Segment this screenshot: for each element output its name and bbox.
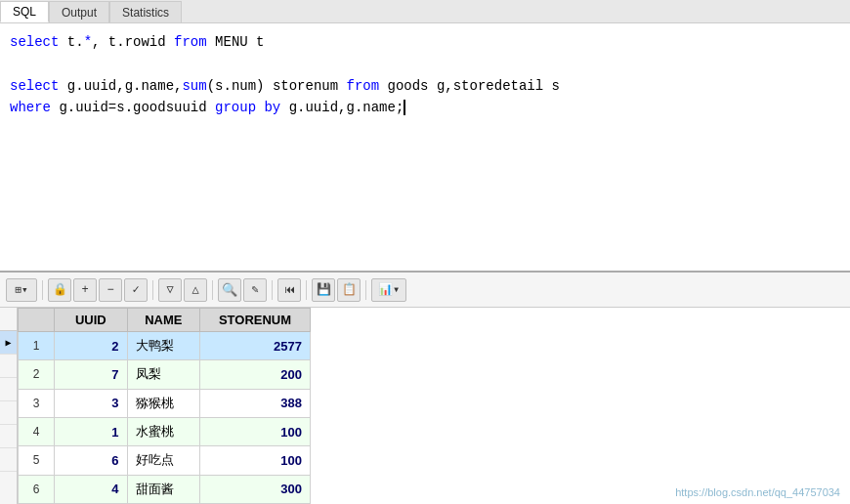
nav-first-button[interactable]: ⏮ xyxy=(277,278,301,302)
save-button[interactable]: 💾 xyxy=(312,278,335,302)
checkmark-icon: ✓ xyxy=(132,282,139,297)
results-area: ▶ UUIDNAMESTORENUM 12大鸭梨257727凤梨20033猕猴桃… xyxy=(0,308,850,504)
cell-name: 大鸭梨 xyxy=(127,332,199,360)
sql-line: where g.uuid=s.goodsuuid group by g.uuid… xyxy=(10,97,840,118)
sep6 xyxy=(365,280,366,300)
tab-output[interactable]: Output xyxy=(49,1,109,22)
cell-storenum: 300 xyxy=(199,475,310,503)
cell-rownum: 5 xyxy=(19,446,55,475)
row-indicator: ▶ xyxy=(0,308,18,504)
cell-storenum: 100 xyxy=(199,446,310,475)
sep3 xyxy=(212,280,213,300)
sep1 xyxy=(42,280,43,300)
sql-line: select g.uuid,g.name,sum(s.num) storenum… xyxy=(10,75,840,97)
export-icon: 📋 xyxy=(342,282,357,297)
cell-rownum: 3 xyxy=(19,389,55,417)
cell-uuid: 3 xyxy=(55,389,127,417)
cell-rownum: 4 xyxy=(19,417,55,445)
row-indicator-cell[interactable] xyxy=(0,425,17,448)
table-row[interactable]: 56好吃点100 xyxy=(19,446,311,475)
minus-icon: − xyxy=(106,283,113,297)
row-indicator-cell[interactable] xyxy=(0,355,17,378)
table-row[interactable]: 12大鸭梨2577 xyxy=(19,332,311,360)
chart-button[interactable]: 📊▾ xyxy=(371,278,406,302)
cell-name: 甜面酱 xyxy=(127,475,199,503)
row-indicator-header xyxy=(0,308,17,331)
cell-name: 猕猴桃 xyxy=(127,389,199,417)
add-row-button[interactable]: + xyxy=(73,278,97,302)
cell-rownum: 6 xyxy=(19,475,55,503)
tab-sql-label: SQL xyxy=(13,5,36,19)
data-table: UUIDNAMESTORENUM 12大鸭梨257727凤梨20033猕猴桃38… xyxy=(18,308,311,504)
sep2 xyxy=(152,280,153,300)
results-toolbar: ⊞▾ 🔒 + − ✓ ▽ △ 🔍 ✎ ⏮ 💾 📋 📊▾ xyxy=(0,273,850,308)
data-table-wrapper: ▶ UUIDNAMESTORENUM 12大鸭梨257727凤梨20033猕猴桃… xyxy=(0,308,850,504)
active-row-arrow: ▶ xyxy=(5,337,11,349)
row-indicator-cell[interactable] xyxy=(0,448,17,472)
tab-output-label: Output xyxy=(62,6,97,20)
cell-name: 水蜜桃 xyxy=(127,417,199,445)
plus-icon: + xyxy=(81,283,88,297)
cell-storenum: 100 xyxy=(199,417,310,445)
cell-rownum: 1 xyxy=(19,332,55,360)
sep4 xyxy=(272,280,273,300)
watermark: https://blog.csdn.net/qq_44757034 xyxy=(675,486,840,498)
cell-uuid: 2 xyxy=(55,332,127,360)
chart-icon: 📊▾ xyxy=(378,282,400,297)
filter-down-button[interactable]: ▽ xyxy=(158,278,182,302)
tab-statistics[interactable]: Statistics xyxy=(109,1,182,22)
grid-icon: ⊞▾ xyxy=(15,283,27,296)
lock-icon: 🔒 xyxy=(53,282,67,297)
cell-name: 好吃点 xyxy=(127,446,199,475)
filter-up-icon: △ xyxy=(191,282,198,297)
filter-down-icon: ▽ xyxy=(166,282,173,297)
cell-name: 凤梨 xyxy=(127,360,199,389)
sep5 xyxy=(306,280,307,300)
tab-sql[interactable]: SQL xyxy=(0,1,49,22)
col-header-name[interactable]: NAME xyxy=(127,309,199,332)
sql-line xyxy=(10,53,840,74)
filter-up-button[interactable]: △ xyxy=(184,278,207,302)
edit-button[interactable]: ✎ xyxy=(243,278,267,302)
export-button[interactable]: 📋 xyxy=(337,278,361,302)
col-header-rownum xyxy=(19,309,55,332)
table-row[interactable]: 64甜面酱300 xyxy=(19,475,311,503)
cell-uuid: 4 xyxy=(55,475,127,503)
cell-storenum: 2577 xyxy=(199,332,310,360)
sql-editor[interactable]: select t.*, t.rowid from MENU t select g… xyxy=(0,23,850,273)
lock-button[interactable]: 🔒 xyxy=(48,278,71,302)
tab-bar: SQL Output Statistics xyxy=(0,0,850,23)
search-icon: 🔍 xyxy=(222,282,237,298)
save-icon: 💾 xyxy=(317,282,331,297)
col-header-uuid[interactable]: UUID xyxy=(55,309,127,332)
nav-first-icon: ⏮ xyxy=(284,283,295,296)
search-button[interactable]: 🔍 xyxy=(218,278,241,302)
table-row[interactable]: 33猕猴桃388 xyxy=(19,389,311,417)
delete-row-button[interactable]: − xyxy=(99,278,122,302)
sql-line: select t.*, t.rowid from MENU t xyxy=(10,31,840,53)
table-row[interactable]: 41水蜜桃100 xyxy=(19,417,311,445)
grid-button[interactable]: ⊞▾ xyxy=(6,278,37,302)
cell-rownum: 2 xyxy=(19,360,55,389)
cell-uuid: 6 xyxy=(55,446,127,475)
row-indicator-cell[interactable] xyxy=(0,401,17,425)
row-indicator-cell[interactable]: ▶ xyxy=(0,331,17,355)
cell-uuid: 7 xyxy=(55,360,127,389)
cell-storenum: 388 xyxy=(199,389,310,417)
cell-storenum: 200 xyxy=(199,360,310,389)
row-indicator-cell[interactable] xyxy=(0,378,17,401)
tab-statistics-label: Statistics xyxy=(122,6,169,20)
col-header-storenum[interactable]: STORENUM xyxy=(199,309,310,332)
pencil-icon: ✎ xyxy=(251,282,258,297)
table-row[interactable]: 27凤梨200 xyxy=(19,360,311,389)
grid-toggle-group: ⊞▾ xyxy=(6,278,37,302)
cell-uuid: 1 xyxy=(55,417,127,445)
apply-button[interactable]: ✓ xyxy=(124,278,148,302)
